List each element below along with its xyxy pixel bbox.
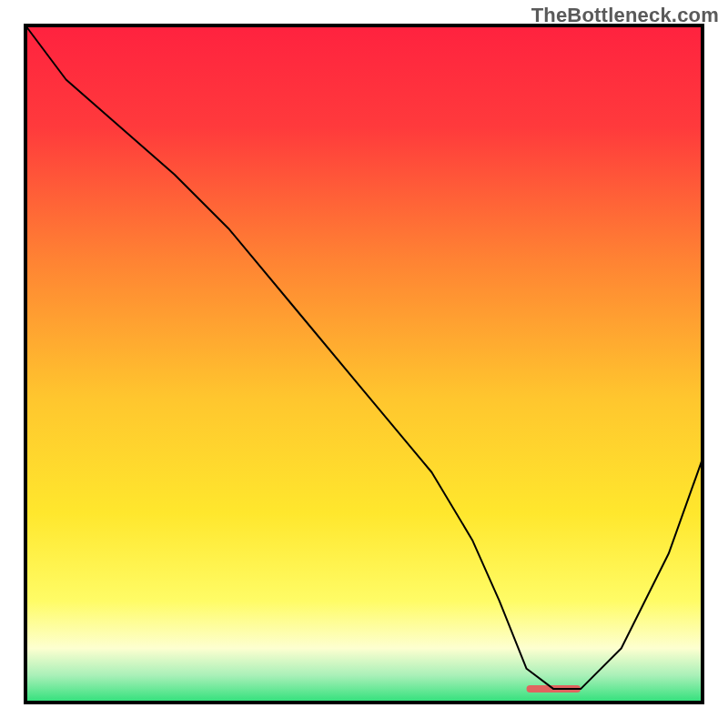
bottleneck-chart xyxy=(0,0,728,728)
plot-background xyxy=(25,25,703,703)
chart-container: TheBottleneck.com xyxy=(0,0,728,728)
watermark-text: TheBottleneck.com xyxy=(531,4,719,27)
